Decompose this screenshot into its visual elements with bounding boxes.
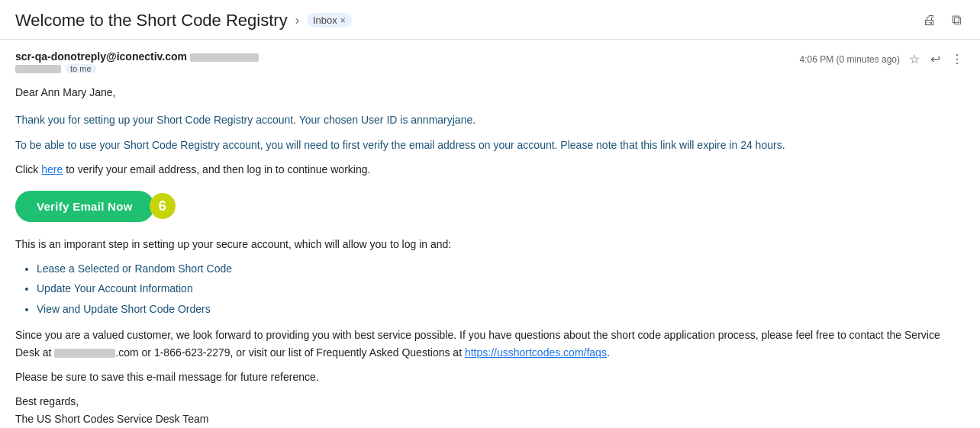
email-subject: Welcome to the Short Code Registry [15, 11, 288, 31]
para-save: Please be sure to save this e-mail messa… [15, 368, 965, 385]
para-verify-notice: To be able to use your Short Code Regist… [15, 137, 965, 153]
para1-userid: annmaryjane [411, 114, 472, 126]
list-item: Update Your Account Information [37, 280, 965, 297]
sender-redacted [190, 53, 259, 62]
faqs-link[interactable]: https://usshortcodes.com/faqs [465, 346, 607, 359]
here-link[interactable]: here [41, 163, 63, 175]
para2-text: To be able to use your Short Code Regist… [15, 139, 785, 151]
more-options-button[interactable]: ⋮ [949, 50, 965, 68]
meta-icons: ☆ ↩ ⋮ [907, 50, 965, 68]
features-list: Lease a Selected or Random Short CodeUpd… [37, 260, 965, 317]
list-item: View and Update Short Code Orders [37, 301, 965, 317]
inbox-label: Inbox [313, 14, 337, 26]
sender-sub: to me [15, 64, 259, 73]
para3-suffix: to verify your email address, and then l… [63, 163, 370, 175]
para5-end: . [607, 346, 610, 359]
sender-info: scr-qa-donotreply@iconectiv.com to me [15, 50, 259, 73]
new-window-button[interactable]: ⧉ [949, 9, 965, 31]
closing-text: Best regards, The US Short Codes Service… [15, 393, 965, 427]
para5-email-suffix: .com or 1-866-623-2279, or visit our lis… [115, 346, 465, 359]
star-button[interactable]: ☆ [907, 50, 921, 68]
para1-suffix: . [472, 114, 475, 126]
badge-number: 6 [150, 193, 176, 219]
para-userid: Thank you for setting up your Short Code… [15, 111, 965, 128]
sender-name: scr-qa-donotreply@iconectiv.com [15, 50, 187, 63]
timestamp: 4:06 PM (0 minutes ago) [800, 54, 900, 65]
verify-btn-wrap: Verify Email Now 6 [15, 191, 965, 222]
email-body: Dear Ann Mary Jane, Thank you for settin… [0, 78, 980, 428]
email-header: Welcome to the Short Code Registry › Inb… [0, 0, 980, 40]
para4-text: This is an imporant step in setting up y… [15, 238, 451, 250]
email-title-area: Welcome to the Short Code Registry › Inb… [15, 11, 920, 31]
para-click-here: Click here to verify your email address,… [15, 161, 965, 178]
para1-prefix: Thank you for setting up your Short Code… [15, 114, 411, 126]
verify-email-button[interactable]: Verify Email Now [15, 191, 154, 222]
breadcrumb-arrow: › [295, 14, 299, 27]
closing: Best regards, [15, 395, 79, 407]
inbox-badge: Inbox × [307, 13, 352, 27]
sender-row: scr-qa-donotreply@iconectiv.com to me 4:… [0, 40, 980, 78]
print-button[interactable]: 🖨 [920, 9, 940, 31]
to-me-badge: to me [66, 64, 96, 73]
para-important: This is an imporant step in setting up y… [15, 236, 965, 253]
header-actions: 🖨 ⧉ [920, 9, 965, 31]
inbox-close-icon[interactable]: × [340, 16, 346, 25]
sender-email: scr-qa-donotreply@iconectiv.com [15, 50, 259, 63]
recipient-redacted [15, 65, 61, 73]
team-name: The US Short Codes Service Desk Team [15, 413, 208, 425]
list-item: Lease a Selected or Random Short Code [37, 260, 965, 277]
reply-button[interactable]: ↩ [929, 50, 942, 68]
email-redacted [54, 349, 115, 358]
greeting: Dear Ann Mary Jane, [15, 84, 965, 101]
para3-prefix: Click [15, 163, 41, 175]
sender-meta: 4:06 PM (0 minutes ago) ☆ ↩ ⋮ [800, 50, 965, 68]
para-valued: Since you are a valued customer, we look… [15, 327, 965, 361]
